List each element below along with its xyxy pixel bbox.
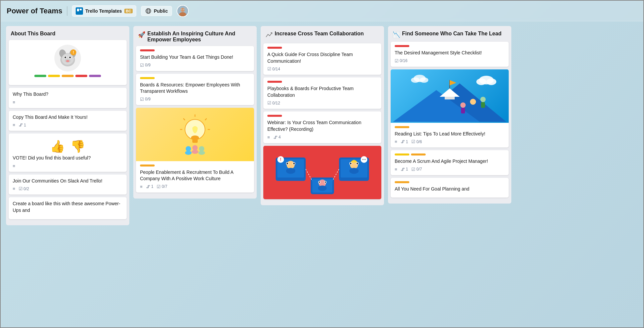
column-establish-culture: 🚀 Establish An Inspiring Culture And Emp…: [133, 26, 257, 199]
graph-icon: [265, 31, 273, 40]
card-title: Reading List: Tips To Lead More Effectiv…: [395, 131, 505, 137]
card-all-you-need[interactable]: All You Need For Goal Planning and: [391, 178, 509, 198]
svg-rect-26: [192, 138, 198, 143]
card-label-orange: [395, 181, 409, 183]
meta-checklist: ☑ 0/2: [19, 186, 29, 191]
description-icon: ≡: [395, 139, 397, 144]
header: Power of Teams Trello Templates BC Publi…: [1, 1, 643, 21]
svg-point-82: [480, 97, 486, 102]
card-meta: ≡ ☑ 0/2: [13, 186, 123, 191]
attachment-count: 4: [279, 135, 281, 139]
card-playbooks[interactable]: Playbooks & Boards For Productive Team C…: [263, 77, 381, 109]
meta-attachment: 🖇 4: [273, 135, 281, 140]
card-create-board[interactable]: Create a board like this with these awes…: [9, 197, 127, 219]
card-scrum-agile[interactable]: Become A Scrum And Agile Project Manager…: [391, 150, 509, 175]
meta-attachment: 🖇 1: [401, 167, 408, 172]
card-label-red: [140, 49, 155, 51]
card-label-orange: [395, 126, 409, 128]
card-label-orange: [411, 153, 426, 155]
trello-templates-button[interactable]: Trello Templates BC: [72, 5, 136, 17]
svg-point-88: [411, 77, 420, 83]
meta-checklist: ☑ 0/14: [267, 66, 280, 71]
checklist-value: 0/7: [162, 184, 167, 189]
column-title-3: Increase Cross Team Collaboration: [275, 31, 364, 37]
meta-description: ≡: [13, 100, 15, 105]
public-button[interactable]: Public: [141, 6, 172, 16]
vote-row: 👍 👎: [13, 139, 123, 153]
checklist-value: 0/2: [24, 187, 29, 191]
svg-point-10: [181, 9, 182, 10]
card-label-red: [395, 45, 409, 47]
svg-point-40: [287, 161, 295, 169]
meta-checklist: ☑ 0/6: [411, 139, 422, 144]
svg-line-30: [183, 118, 185, 120]
card-title: Create a board like this with these awes…: [13, 201, 123, 214]
card-start-building[interactable]: Start Building Your Team & Get Things Do…: [136, 46, 254, 71]
meta-checklist: ☑ 0/12: [267, 100, 280, 105]
card-meta: ≡ 🖇 4: [267, 135, 377, 140]
checklist-icon: ☑: [267, 100, 271, 105]
thumbs-up-icon: 👍: [50, 139, 65, 153]
card-mascot[interactable]: !: [9, 40, 127, 85]
svg-point-67: [325, 182, 326, 183]
svg-point-89: [420, 77, 428, 83]
svg-point-37: [198, 151, 205, 155]
avatar[interactable]: [177, 5, 189, 17]
card-boards-resources[interactable]: Boards & Resources: Empower Employees Wi…: [136, 74, 254, 105]
card-meta: ☑ 0/9: [140, 97, 250, 102]
checklist-icon: ☑: [267, 66, 271, 71]
two-label-row: [395, 153, 505, 155]
card-communication-image[interactable]: !: [263, 146, 381, 199]
svg-marker-75: [450, 80, 456, 85]
card-label-orange: [140, 165, 155, 167]
svg-point-76: [470, 99, 476, 105]
svg-rect-77: [471, 105, 475, 111]
svg-point-32: [186, 146, 191, 151]
column-header-2: 🚀 Establish An Inspiring Culture And Emp…: [136, 29, 254, 46]
checklist-value: 0/16: [400, 58, 407, 63]
card-reading-list[interactable]: Reading List: Tips To Lead More Effectiv…: [391, 69, 509, 148]
thumbs-down-icon: 👎: [70, 139, 85, 153]
card-title: VOTE! Did you find this board useful?: [13, 155, 123, 161]
attachment-count: 1: [24, 123, 26, 127]
card-vote[interactable]: 👍 👎 VOTE! Did you find this board useful…: [9, 133, 127, 172]
meta-description: ≡: [13, 122, 15, 127]
card-join-communities[interactable]: Join Our Communities On Slack And Trello…: [9, 175, 127, 195]
card-meta: ≡ 🖇 1 ☑ 0/7: [140, 184, 250, 189]
attachment-icon: 🖇: [146, 184, 150, 189]
checklist-value: 0/7: [416, 167, 422, 172]
meta-attachment: 🖇 1: [401, 139, 408, 144]
svg-point-55: [357, 162, 358, 164]
svg-point-54: [350, 162, 352, 164]
svg-point-63: [318, 186, 327, 191]
color-dots: [34, 75, 101, 77]
card-title: Webinar: Is Your Cross Team Communicatio…: [267, 119, 377, 132]
board-title: Power of Teams: [7, 7, 62, 15]
card-quick-guide[interactable]: A Quick Guide For Cross Discipline Team …: [263, 43, 381, 75]
card-image-red: !: [263, 146, 381, 199]
card-copy-board[interactable]: Copy This Board And Make It Yours! ≡ 🖇 1: [9, 111, 127, 131]
card-why-this-board[interactable]: Why This Board? ≡: [9, 88, 127, 108]
description-icon: ≡: [267, 135, 270, 140]
meta-description: ≡: [13, 186, 15, 191]
card-people-enablement[interactable]: People Enablement & Recruitment To Build…: [136, 108, 254, 193]
svg-point-21: [66, 60, 69, 62]
card-management-style[interactable]: The Desired Management Style Checklist! …: [391, 42, 509, 67]
card-body: People Enablement & Recruitment To Build…: [136, 161, 254, 193]
svg-point-7: [179, 12, 186, 17]
checklist-icon: ☑: [19, 186, 23, 191]
header-divider: [67, 6, 67, 16]
svg-rect-83: [481, 102, 485, 108]
app-wrapper: Power of Teams Trello Templates BC Publi…: [0, 0, 644, 328]
description-icon: ≡: [140, 184, 143, 189]
card-webinar[interactable]: Webinar: Is Your Cross Team Communicatio…: [263, 111, 381, 143]
meta-checklist: ☑ 0/7: [157, 184, 167, 189]
column-about-this-board: About This Board: [6, 26, 129, 225]
card-meta: ☑ 0/14: [267, 66, 377, 71]
card-title: Copy This Board And Make It Yours!: [13, 114, 123, 121]
attachment-count: 1: [151, 184, 154, 189]
attachment-icon: 🖇: [19, 122, 23, 127]
dot-red: [75, 75, 87, 77]
svg-point-33: [185, 151, 192, 155]
checklist-value: 0/6: [416, 139, 422, 144]
